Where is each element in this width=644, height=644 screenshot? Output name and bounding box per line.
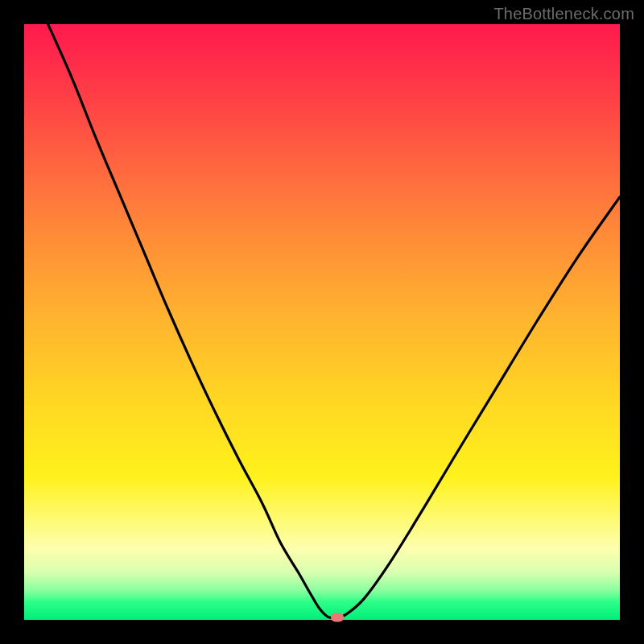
plot-area [24,24,620,620]
bottleneck-curve [48,24,620,618]
chart-frame: TheBottleneck.com [0,0,644,644]
watermark-text: TheBottleneck.com [493,5,634,23]
optimal-point-marker [331,613,344,622]
curve-svg [24,24,620,620]
